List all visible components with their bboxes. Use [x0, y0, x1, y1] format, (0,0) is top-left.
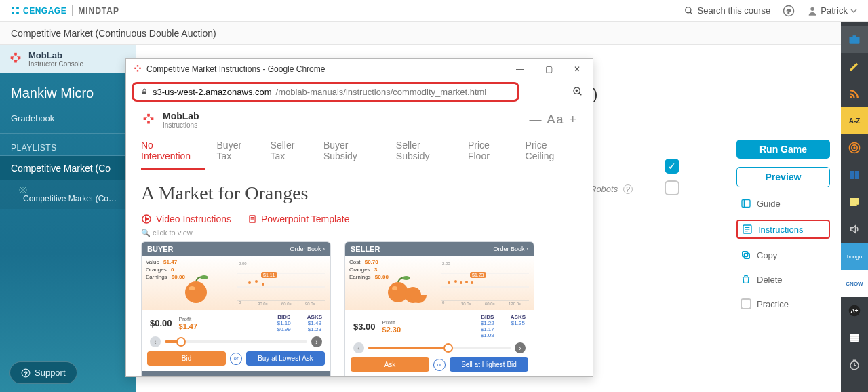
search-icon [684, 6, 694, 16]
font-size-control[interactable]: — Aa + [529, 113, 578, 127]
bongo-icon[interactable]: bongo [841, 243, 868, 270]
actions-panel: Run Game Preview Guide Instructions Copy… [726, 45, 841, 392]
sidebar-course-title[interactable]: Mankiw Micro [0, 73, 136, 105]
guide-link[interactable]: Guide [736, 195, 830, 212]
home-icon: ⌂ [147, 374, 151, 376]
speak-icon[interactable] [841, 216, 868, 243]
buyer-time: 00:48 [309, 374, 325, 376]
moblab-favicon [133, 64, 142, 74]
svg-line-14 [16, 56, 20, 58]
browser-address-bar: s3-us-west-2.amazonaws.com/moblab-manual… [126, 79, 593, 104]
svg-text:0: 0 [442, 300, 445, 305]
sidebar-gradebook[interactable]: Gradebook [0, 105, 136, 134]
aplus-icon[interactable]: A+ [841, 297, 868, 324]
moblab-icon [8, 52, 23, 66]
cnow-icon[interactable]: CNOW [841, 270, 868, 297]
sticky-note-icon[interactable] [841, 189, 868, 216]
copy-link[interactable]: Copy [736, 247, 830, 263]
svg-point-4 [685, 7, 690, 12]
svg-point-79 [392, 286, 397, 290]
svg-line-50 [579, 93, 581, 95]
practice-checkbox[interactable] [741, 298, 751, 309]
a-z-icon[interactable]: A-Z [841, 107, 868, 134]
instructions-link[interactable]: Instructions [736, 220, 830, 239]
window-title: Competitive Market Instructions - Google… [146, 64, 325, 74]
support-button[interactable]: ? Support [9, 361, 77, 384]
checkbox-robots[interactable] [665, 180, 679, 195]
rss-icon[interactable] [841, 80, 868, 107]
search-course[interactable]: Search this course [684, 5, 771, 16]
user-menu[interactable]: Patrick [807, 5, 857, 16]
tab-buyer-tax[interactable]: Buyer Tax [217, 136, 258, 170]
zoom-icon[interactable] [572, 86, 583, 97]
doc-brand-sub: Instructions [163, 121, 199, 129]
svg-rect-44 [137, 65, 138, 66]
page-title: A Market for Oranges [136, 170, 583, 211]
ppt-template-link[interactable]: Powerpoint Template [248, 214, 349, 224]
gear-icon [19, 186, 125, 194]
heading-fragment: ) [593, 85, 597, 103]
svg-line-15 [12, 59, 16, 62]
window-minimize-icon[interactable]: — [511, 64, 529, 74]
sidebar-subitem-competitive-market[interactable]: Competitive Market (Co… [0, 180, 136, 209]
svg-rect-9 [14, 53, 17, 56]
svg-text:A+: A+ [851, 307, 859, 314]
svg-point-3 [16, 12, 19, 14]
url-input[interactable]: s3-us-west-2.amazonaws.com/moblab-manual… [132, 82, 519, 102]
svg-text:0: 0 [239, 300, 241, 305]
slider-prev-icon: ‹ [150, 336, 161, 347]
svg-point-74 [248, 281, 251, 284]
or-divider: or [433, 359, 446, 371]
highlighter-icon[interactable] [841, 53, 868, 80]
tab-price-floor[interactable]: Price Floor [468, 136, 513, 170]
practice-toggle[interactable]: Practice [736, 296, 830, 312]
svg-rect-29 [853, 35, 856, 37]
or-divider: or [230, 353, 242, 365]
svg-rect-27 [743, 252, 748, 257]
preview-button[interactable]: Preview [736, 167, 830, 187]
target-icon[interactable] [841, 134, 868, 161]
notes-icon[interactable] [841, 324, 868, 351]
buyer-orderbook-link: Order Book › [290, 246, 325, 252]
seller-chart: 2.00 0 30.0s60.0s120.0s $1.23 [440, 260, 530, 306]
chrome-popup-window: Competitive Market Instructions - Google… [125, 58, 593, 377]
clock-icon[interactable] [841, 351, 868, 378]
brand-cengage: CENGAGE [11, 6, 66, 16]
delete-link[interactable]: Delete [736, 271, 830, 288]
play-circle-icon [141, 214, 152, 224]
video-instructions-link[interactable]: Video Instructions [141, 214, 231, 224]
tab-buyer-subsidy[interactable]: Buyer Subsidy [323, 136, 384, 170]
buyer-card[interactable]: BUYEROrder Book › Value $1.47 Oranges 0 … [141, 241, 331, 376]
svg-line-5 [690, 12, 692, 14]
window-title-bar[interactable]: Competitive Market Instructions - Google… [126, 59, 593, 79]
doc-brand-name: MobLab [163, 111, 199, 121]
tab-no-intervention[interactable]: No Intervention [141, 136, 205, 170]
svg-point-17 [22, 189, 24, 191]
seller-order-books: BIDS$1.22$1.17$1.08 ASKS$1.35 [481, 314, 526, 338]
briefcase-icon[interactable] [841, 26, 868, 53]
user-icon [807, 5, 818, 16]
run-game-button[interactable]: Run Game [736, 140, 830, 159]
window-maximize-icon[interactable]: ▢ [540, 64, 557, 74]
book-icon[interactable] [841, 161, 868, 189]
window-close-icon[interactable]: ✕ [568, 64, 586, 74]
help-button[interactable]: ? [783, 5, 795, 17]
tab-seller-subsidy[interactable]: Seller Subsidy [396, 136, 456, 170]
doc-header: MobLab Instructions — Aa + [136, 104, 583, 136]
orange-icon [383, 271, 431, 305]
grid-icon: ▦ [155, 374, 161, 376]
robots-help-icon[interactable]: ? [623, 184, 633, 194]
checkbox-option1[interactable] [665, 159, 679, 174]
seller-head: SELLER [351, 245, 380, 253]
svg-point-63 [185, 281, 207, 303]
svg-point-76 [262, 283, 264, 286]
seller-card[interactable]: SELLEROrder Book › Cost $0.70 Oranges 3 … [344, 241, 534, 376]
tab-seller-tax[interactable]: Seller Tax [271, 136, 311, 170]
sidebar-item-competitive-market[interactable]: Competitive Market (Co [0, 156, 136, 180]
moblab-icon [141, 113, 156, 128]
tab-price-ceiling[interactable]: Price Ceiling [526, 136, 578, 170]
svg-rect-28 [850, 37, 860, 44]
chevron-down-icon [850, 7, 857, 14]
svg-point-89 [448, 281, 450, 284]
sell-highest-bid-button: Sell at Highest Bid [450, 357, 528, 372]
